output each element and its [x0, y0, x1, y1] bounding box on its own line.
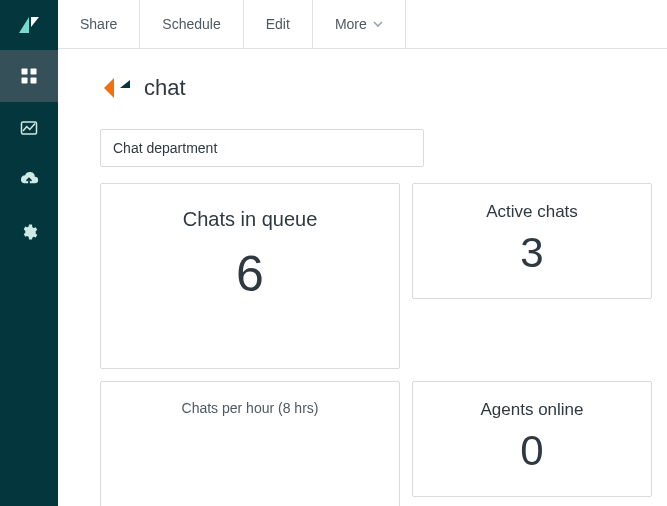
svg-rect-3 [31, 69, 37, 75]
nav-settings[interactable] [0, 206, 58, 258]
edit-label: Edit [266, 16, 290, 32]
tile-value: 0 [423, 430, 641, 472]
svg-marker-0 [19, 17, 29, 33]
page-body: chat Chats in queue 6 Active chats 3 Cha… [58, 49, 667, 506]
schedule-action[interactable]: Schedule [140, 0, 243, 48]
tile-chats-in-queue[interactable]: Chats in queue 6 [100, 183, 400, 369]
page-header: chat [100, 75, 631, 101]
nav-activity[interactable] [0, 102, 58, 154]
brand-logo[interactable] [0, 0, 58, 50]
tile-title: Agents online [423, 400, 641, 420]
gear-icon [20, 223, 38, 241]
svg-marker-9 [120, 80, 130, 88]
filter-input[interactable] [100, 129, 424, 167]
share-action[interactable]: Share [58, 0, 140, 48]
tile-title: Chats per hour (8 hrs) [111, 400, 389, 416]
tile-title: Active chats [423, 202, 641, 222]
tile-value: 6 [111, 249, 389, 299]
tiles-grid: Chats in queue 6 Active chats 3 Chats pe… [100, 183, 631, 506]
page-title: chat [144, 75, 186, 101]
nav-upload[interactable] [0, 154, 58, 206]
more-label: More [335, 16, 367, 32]
toolbar: Share Schedule Edit More [58, 0, 667, 49]
chevron-down-icon [373, 19, 383, 29]
svg-rect-5 [31, 78, 37, 84]
tile-value: 3 [423, 232, 641, 274]
tile-title: Chats in queue [111, 208, 389, 231]
sidebar [0, 0, 58, 506]
svg-rect-4 [22, 78, 28, 84]
main-content: Share Schedule Edit More c [58, 0, 667, 506]
tile-active-chats[interactable]: Active chats 3 [412, 183, 652, 299]
schedule-label: Schedule [162, 16, 220, 32]
tile-chats-per-hour[interactable]: Chats per hour (8 hrs) [100, 381, 400, 506]
brand-icon [17, 13, 41, 37]
svg-marker-8 [104, 78, 114, 98]
dashboard-icon [20, 67, 38, 85]
edit-action[interactable]: Edit [244, 0, 313, 48]
share-label: Share [80, 16, 117, 32]
chat-product-icon [104, 76, 132, 100]
activity-icon [20, 119, 38, 137]
cloud-upload-icon [19, 171, 39, 189]
tile-agents-online[interactable]: Agents online 0 [412, 381, 652, 497]
svg-rect-2 [22, 69, 28, 75]
svg-marker-1 [31, 17, 39, 27]
more-action[interactable]: More [313, 0, 406, 48]
nav-dashboard[interactable] [0, 50, 58, 102]
